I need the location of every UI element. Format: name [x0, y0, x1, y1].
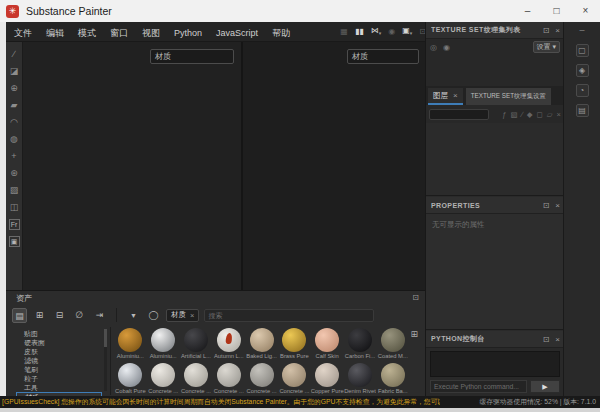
- material-item[interactable]: Concrete ...: [245, 362, 278, 397]
- pause-icon[interactable]: ▮▮: [355, 27, 364, 37]
- menu-item[interactable]: 窗口: [110, 23, 128, 43]
- popout-icon[interactable]: ⊡: [543, 331, 550, 348]
- material-item[interactable]: Carbon Fi...: [344, 327, 377, 362]
- material-thumbnail[interactable]: [315, 328, 339, 352]
- log-icon[interactable]: ▤: [576, 104, 589, 117]
- material-thumbnail[interactable]: [151, 328, 175, 352]
- material-thumbnail[interactable]: [282, 363, 306, 387]
- menu-item[interactable]: 视图: [142, 23, 160, 43]
- viewport-3d[interactable]: 材质 材质: [23, 42, 425, 290]
- menu-item[interactable]: Python: [174, 23, 202, 43]
- brush-tool-icon[interactable]: ∕: [13, 46, 15, 63]
- asset-category-皮肤[interactable]: 皮肤: [16, 347, 102, 356]
- material-item[interactable]: Baked Lig...: [245, 327, 278, 362]
- particles-tool-icon[interactable]: ⊛: [10, 165, 18, 182]
- material-thumbnail[interactable]: [184, 328, 208, 352]
- menu-item[interactable]: 文件: [14, 23, 32, 43]
- category-scrollbar[interactable]: [104, 329, 107, 391]
- asset-category-笔刷[interactable]: 笔刷: [16, 365, 102, 374]
- material-item[interactable]: Concrete ...: [147, 362, 180, 397]
- add-fill-layer-icon[interactable]: ▧: [510, 110, 517, 119]
- asset-category-贴图[interactable]: 贴图: [16, 329, 102, 338]
- material-item[interactable]: Autumn L...: [212, 327, 245, 362]
- polygon-fill-tool-icon[interactable]: ▰: [11, 97, 18, 114]
- material-thumbnail[interactable]: [315, 363, 339, 387]
- link-icon[interactable]: ◎: [430, 43, 437, 52]
- material-item[interactable]: Coated M...: [376, 327, 409, 362]
- visibility-icon[interactable]: ◉: [443, 43, 450, 52]
- material-thumbnail[interactable]: [381, 328, 405, 352]
- tab-close-icon[interactable]: ×: [453, 91, 458, 100]
- projection-tool-icon[interactable]: ⊕: [10, 80, 18, 97]
- material-item[interactable]: Aluminiu...: [147, 327, 180, 362]
- material-item[interactable]: Artificial L...: [180, 327, 213, 362]
- shape-filter-icon[interactable]: ◯: [146, 308, 161, 323]
- bake-icon[interactable]: ▦: [340, 27, 348, 37]
- close-icon[interactable]: ×: [555, 331, 560, 348]
- history-icon[interactable]: ◔: [576, 84, 589, 97]
- material-item[interactable]: Aluminiu...: [114, 327, 147, 362]
- material-thumbnail[interactable]: [348, 363, 372, 387]
- menu-item[interactable]: 模式: [78, 23, 96, 43]
- eraser-tool-icon[interactable]: ◪: [10, 63, 19, 80]
- maximize-button[interactable]: □: [542, 0, 571, 22]
- popout-icon[interactable]: ⊡: [543, 22, 550, 39]
- layers-list[interactable]: [426, 123, 564, 196]
- import-assets-icon[interactable]: ⇥: [92, 308, 107, 323]
- smudge-tool-icon[interactable]: ◠: [10, 114, 18, 131]
- material-thumbnail[interactable]: [348, 328, 372, 352]
- close-icon[interactable]: ×: [555, 22, 560, 39]
- material-thumbnail[interactable]: [381, 363, 405, 387]
- viewport-2d-mode-select[interactable]: 材质: [347, 49, 419, 64]
- add-effect-icon[interactable]: ƒ: [502, 110, 506, 119]
- save-shelf-icon[interactable]: ⊟: [52, 308, 67, 323]
- assets-search-input[interactable]: [204, 309, 374, 322]
- material-item[interactable]: Cobalt Pure: [114, 362, 147, 397]
- asset-category-硬表面[interactable]: 硬表面: [16, 338, 102, 347]
- material-item[interactable]: Concrete ...: [212, 362, 245, 397]
- add-folder-icon[interactable]: ▱: [547, 110, 553, 119]
- menu-item[interactable]: JavaScript: [216, 23, 258, 43]
- material-thumbnail[interactable]: [250, 328, 274, 352]
- add-smart-material-icon[interactable]: ◆: [527, 110, 533, 119]
- symmetry-icon[interactable]: ◫: [10, 199, 19, 216]
- material-item[interactable]: Denim Rivet: [344, 362, 377, 397]
- grid-view-icon[interactable]: ⊞: [410, 329, 418, 339]
- material-thumbnail[interactable]: [217, 328, 241, 352]
- asset-category-粒子[interactable]: 粒子: [16, 374, 102, 383]
- hide-assets-icon[interactable]: ∅: [72, 308, 87, 323]
- material-thumbnail[interactable]: [282, 328, 306, 352]
- filter-chip-materials[interactable]: 材质 ×: [166, 309, 199, 322]
- clone-tool-icon[interactable]: ◍: [10, 131, 18, 148]
- asset-category-滤镜[interactable]: 滤镜: [16, 356, 102, 365]
- shader-settings-icon[interactable]: ◈: [576, 64, 589, 77]
- material-item[interactable]: Copper Pure: [311, 362, 344, 397]
- quick-mask-icon[interactable]: ▨: [10, 182, 19, 199]
- camera-dropdown-icon[interactable]: ▣▾: [402, 26, 412, 38]
- tab-texture-set-settings[interactable]: TEXTURE SET纹理集设置: [466, 88, 551, 105]
- material-thumbnail[interactable]: [250, 363, 274, 387]
- add-shelf-icon[interactable]: ⊞: [32, 308, 47, 323]
- display-settings-icon[interactable]: ▢: [576, 44, 589, 57]
- material-item[interactable]: Fabric Ba...: [376, 362, 409, 397]
- layers-search-input[interactable]: [429, 109, 489, 120]
- collapse-dock-icon[interactable]: ‒: [564, 22, 600, 38]
- python-console-output[interactable]: [430, 351, 560, 377]
- add-mask-icon[interactable]: ◻: [537, 110, 543, 119]
- close-button[interactable]: ×: [571, 0, 600, 22]
- asset-category-工具[interactable]: 工具: [16, 383, 102, 392]
- tab-layers[interactable]: 图层 ×: [428, 88, 463, 105]
- material-item[interactable]: Brass Pure: [278, 327, 311, 362]
- popout-icon[interactable]: ⊡: [412, 293, 419, 302]
- delete-layer-icon[interactable]: ×: [557, 110, 561, 119]
- viewport-2d[interactable]: [241, 42, 425, 290]
- material-item[interactable]: Calf Skin: [311, 327, 344, 362]
- material-thumbnail[interactable]: [151, 363, 175, 387]
- material-thumbnail[interactable]: [118, 363, 142, 387]
- filter-icon[interactable]: ▼: [126, 308, 141, 323]
- menu-item[interactable]: 帮助: [272, 23, 290, 43]
- material-item[interactable]: Concrete ...: [180, 362, 213, 397]
- mixer-dropdown-icon[interactable]: ⋈▾: [371, 26, 382, 38]
- popout-icon[interactable]: ⊡: [543, 197, 550, 214]
- python-command-input[interactable]: [430, 380, 527, 393]
